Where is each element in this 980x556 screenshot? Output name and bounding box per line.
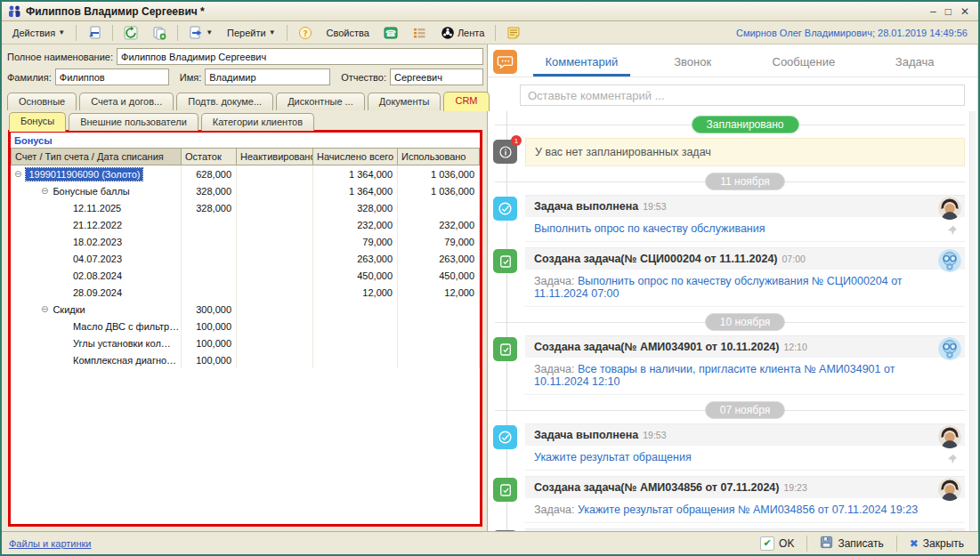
tab-подтв-докуме-[interactable]: Подтв. докуме... (176, 93, 273, 110)
column-header[interactable]: Остаток (182, 148, 237, 165)
properties-button[interactable]: Свойства (321, 25, 375, 41)
table-row[interactable]: 04.07.2023263,000263,000 (11, 250, 480, 267)
table-row[interactable]: 02.08.2024450,000450,000 (11, 267, 480, 284)
value-cell: 79,000 (398, 233, 480, 250)
full-name-input[interactable] (117, 48, 483, 65)
pin-icon[interactable] (947, 225, 958, 236)
tab-счета-и-догов-[interactable]: Счета и догов... (79, 93, 174, 110)
value-cell (182, 233, 237, 250)
footer-separator (896, 536, 897, 552)
tree-expander-icon[interactable]: ⊖ (41, 305, 48, 314)
table-row[interactable]: 18.02.202379,00079,000 (11, 233, 480, 250)
timeline-item-link[interactable]: Все товары в наличии, пригласите клиента… (534, 363, 895, 388)
refresh-button[interactable] (118, 23, 143, 43)
timeline-card: Задача выполнена19:53Укажите результат о… (525, 423, 965, 471)
tab-crm[interactable]: CRM (443, 92, 489, 111)
list-button[interactable] (407, 23, 432, 43)
refresh-icon (124, 26, 138, 40)
phone-button[interactable]: ☎ (378, 23, 403, 43)
reread-icon (87, 26, 101, 40)
table-row[interactable]: ⊖1999011906090 (Золото)628,0001 364,0001… (11, 165, 480, 182)
tab-документы[interactable]: Документы (368, 93, 441, 110)
timeline-item-title: Создана задача(№ СЦИ000204 от 11.11.2024… (534, 253, 778, 265)
timeline-item-body: Задача: Все товары в наличии, пригласите… (525, 358, 965, 395)
first-name-input[interactable] (205, 68, 330, 85)
help-button[interactable]: ? (293, 23, 318, 43)
timeline-item-title: Задача выполнена (534, 200, 638, 213)
activity-tab-комментарий[interactable]: Комментарий (526, 50, 637, 77)
tab-основные[interactable]: Основные (7, 93, 77, 110)
date-separator: 07 ноября (525, 400, 965, 420)
close-window-button[interactable]: ✖Закрыть (903, 536, 971, 552)
subtab-категории-клиентов[interactable]: Категории клиентов (201, 113, 314, 131)
table-row[interactable]: Углы установки кол…100,000 (11, 334, 480, 351)
window-controls: – □ ✕ (930, 4, 973, 19)
notification-badge: 1 (511, 135, 522, 146)
timeline-item-link[interactable]: Укажите результат обращения № АМИ034856 … (578, 504, 918, 516)
reread-button[interactable] (82, 23, 107, 43)
ok-button[interactable]: ✔OK (753, 535, 801, 552)
tree-expander-icon[interactable]: ⊖ (41, 187, 48, 196)
row-label: Скидки (53, 304, 85, 315)
table-row[interactable]: Масло ДВС с фильтр…100,000 (11, 318, 480, 334)
value-cell: 450,000 (398, 267, 480, 284)
comment-input[interactable] (520, 85, 965, 106)
tree-expander-icon[interactable]: ⊖ (14, 170, 21, 179)
first-name-label: Имя: (180, 72, 201, 83)
table-row[interactable]: 12.11.2025328,000328,000 (11, 199, 480, 216)
feed-button[interactable]: Лента (435, 23, 490, 43)
row-label: 18.02.2023 (73, 237, 122, 247)
value-cell (398, 351, 480, 368)
session-info: Смирнов Олег Владимирович; 28.01.2019 14… (736, 28, 973, 38)
table-row[interactable]: 21.12.2022232,000232,000 (11, 216, 480, 233)
table-row[interactable]: Комплексная диагно…100,000 (11, 351, 480, 368)
last-name-input[interactable] (55, 68, 169, 85)
date-separator: 10 ноября (525, 312, 965, 332)
close-button[interactable]: ✕ (960, 4, 969, 19)
save-button[interactable]: Записать (813, 534, 890, 553)
value-cell (398, 318, 480, 334)
goto-menu-button[interactable]: Перейти▼ (222, 25, 281, 41)
subtab-внешние-пользователи[interactable]: Внешние пользователи (69, 113, 198, 131)
planned-section-separator: Запланировано (525, 115, 965, 134)
column-header[interactable]: Использовано (398, 148, 480, 165)
info-icon: 1 (493, 140, 517, 164)
maximize-button[interactable]: □ (945, 4, 952, 19)
open-related-button[interactable]: ▼ (183, 23, 218, 43)
row-name-cell: ⊖Бонусные баллы (11, 182, 182, 199)
toolbar-separator (112, 25, 113, 41)
window-title: Филиппов Владимир Сергеевич * (26, 5, 930, 18)
activity-tab-сообщение[interactable]: Сообщение (749, 50, 860, 77)
value-cell: 263,000 (398, 250, 480, 267)
timeline-item-link[interactable]: Выполнить опрос по качеству обслуживания… (534, 275, 903, 300)
column-header[interactable]: Счет / Тип счета / Дата списания (11, 148, 182, 165)
tab-дисконтные-[interactable]: Дисконтные ... (276, 93, 365, 110)
timeline-item-link[interactable]: Укажите результат обращения (534, 451, 692, 463)
files-and-pictures-link[interactable]: Файлы и картинки (9, 538, 91, 549)
column-header[interactable]: Начислено всего (313, 148, 398, 165)
table-row[interactable]: ⊖Скидки300,000 (11, 301, 480, 318)
middle-name-input[interactable] (390, 68, 483, 85)
value-cell: 232,000 (398, 216, 480, 233)
activity-tab-задача[interactable]: Задача (859, 50, 970, 77)
table-row[interactable]: 28.09.202412,00012,000 (11, 284, 480, 301)
activity-panel: КомментарийЗвонокСообщениеЗадача Заплани… (488, 44, 978, 531)
value-cell: 232,000 (313, 216, 398, 233)
timeline-item-header: Создана задача(№ АМИ034856 от 07.11.2024… (525, 476, 965, 498)
scrollbar[interactable] (969, 111, 976, 531)
timeline-item-link[interactable]: Выполнить опрос по качеству обслуживания (534, 222, 765, 235)
copy-button[interactable] (147, 23, 172, 43)
value-cell: 628,000 (182, 165, 237, 182)
task-created-icon (493, 249, 517, 273)
subtab-бонусы[interactable]: Бонусы (9, 112, 66, 132)
note-button[interactable] (501, 23, 526, 43)
titlebar: Филиппов Владимир Сергеевич * – □ ✕ (2, 2, 978, 21)
pin-icon[interactable] (947, 454, 958, 464)
actions-menu-button[interactable]: Действия▼ (7, 25, 70, 41)
column-header[interactable]: Неактивировано (237, 148, 313, 165)
minimize-button[interactable]: – (930, 4, 936, 19)
value-cell (237, 284, 313, 301)
table-row[interactable]: ⊖Бонусные баллы328,0001 364,0001 036,000 (11, 182, 480, 199)
timeline-notice: 1У вас нет запланированных задач (525, 138, 965, 166)
activity-tab-звонок[interactable]: Звонок (637, 50, 749, 77)
